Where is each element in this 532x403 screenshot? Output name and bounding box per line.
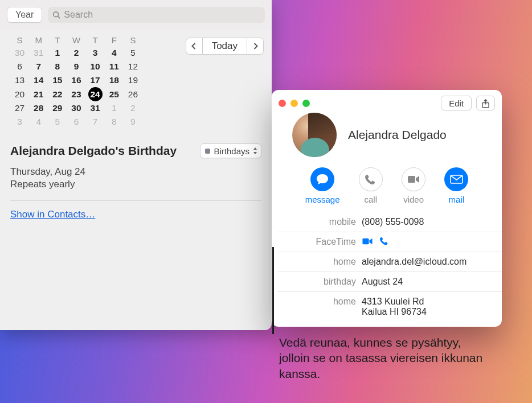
calendar-day[interactable]: 18 — [105, 73, 124, 87]
calendar-day[interactable]: 21 — [29, 87, 48, 101]
show-in-contacts-link[interactable]: Show in Contacts… — [10, 209, 95, 220]
calendar-day[interactable]: 27 — [10, 101, 29, 115]
calendar-day[interactable]: 8 — [48, 60, 67, 73]
video-icon — [407, 175, 420, 183]
chevron-left-icon — [191, 43, 197, 50]
calendar-day[interactable]: 31 — [29, 46, 48, 60]
calendar-day[interactable]: 20 — [10, 87, 29, 101]
home-email-value[interactable]: alejandra.del@icloud.com — [362, 257, 466, 267]
phone-icon — [365, 174, 376, 185]
calendar-day[interactable]: 31 — [86, 101, 105, 115]
calendar-day[interactable]: 23 — [67, 87, 85, 101]
prev-button[interactable] — [186, 38, 203, 55]
edit-button[interactable]: Edit — [441, 96, 472, 110]
calendar-day[interactable]: 2 — [67, 46, 85, 60]
mail-label: mail — [449, 195, 465, 204]
event-title: Alejandra Delgado's Birthday — [10, 144, 193, 158]
share-button[interactable] — [476, 96, 495, 110]
calendar-day[interactable]: 14 — [29, 73, 48, 87]
facetime-audio-icon[interactable] — [380, 237, 388, 245]
message-label: message — [305, 195, 340, 204]
weekday-header: F — [105, 35, 124, 46]
calendar-day[interactable]: 6 — [10, 60, 29, 73]
calendar-day[interactable]: 28 — [29, 101, 48, 115]
minimize-button[interactable] — [290, 100, 298, 107]
mail-action[interactable]: mail — [444, 167, 468, 204]
contact-actions: message call video mail — [272, 157, 502, 212]
svg-marker-3 — [253, 152, 257, 154]
calendar-day[interactable]: 3 — [86, 46, 105, 60]
calendar-day[interactable]: 10 — [86, 60, 105, 73]
calendar-day[interactable]: 25 — [105, 87, 124, 101]
calendar-day[interactable]: 24 — [86, 87, 105, 101]
calendar-day[interactable]: 12 — [124, 60, 142, 73]
updown-icon — [253, 147, 257, 154]
avatar[interactable] — [292, 113, 337, 157]
svg-rect-6 — [408, 176, 415, 183]
calendar-day[interactable]: 9 — [67, 60, 85, 73]
calendar-day[interactable]: 4 — [105, 46, 124, 60]
next-button[interactable] — [247, 38, 264, 55]
svg-rect-9 — [362, 238, 369, 244]
calendar-day[interactable]: 7 — [29, 60, 48, 73]
mail-icon — [450, 175, 463, 184]
calendar-day[interactable]: 5 — [124, 46, 142, 60]
calendar-day[interactable]: 11 — [105, 60, 124, 73]
calendar-day[interactable]: 6 — [67, 115, 85, 129]
calendar-toolbar: Year Search — [0, 0, 272, 30]
field-mobile: mobile (808) 555-0098 — [277, 212, 502, 232]
contact-name: Alejandra Delgado — [348, 128, 447, 142]
calendar-day[interactable]: 15 — [48, 73, 67, 87]
event-category-select[interactable]: Birthdays — [200, 143, 261, 158]
calendar-day[interactable]: 8 — [105, 115, 124, 129]
facetime-video-icon[interactable] — [362, 238, 373, 245]
calendar-day[interactable]: 26 — [124, 87, 142, 101]
view-year-button[interactable]: Year — [7, 7, 42, 23]
calendar-day[interactable]: 16 — [67, 73, 85, 87]
share-icon — [481, 98, 490, 108]
calendar-day[interactable]: 17 — [86, 73, 105, 87]
field-home-email: home alejandra.del@icloud.com — [277, 252, 502, 272]
weekday-header: T — [48, 35, 67, 46]
calendar-day[interactable]: 13 — [10, 73, 29, 87]
contact-fields: mobile (808) 555-0098 FaceTime home alej… — [272, 212, 502, 322]
calendar-day[interactable]: 19 — [124, 73, 142, 87]
calendar-day[interactable]: 30 — [10, 46, 29, 60]
weekday-header: W — [67, 35, 85, 46]
today-button[interactable]: Today — [203, 38, 247, 55]
event-date: Thursday, Aug 24 — [10, 166, 261, 178]
message-action[interactable]: message — [305, 167, 340, 204]
zoom-button[interactable] — [302, 100, 310, 107]
divider — [10, 200, 261, 201]
home-address-label: home — [277, 297, 362, 307]
birthday-label: birthday — [277, 277, 362, 287]
mobile-label: mobile — [277, 217, 362, 227]
video-action[interactable]: video — [402, 167, 425, 204]
svg-point-0 — [54, 12, 59, 17]
calendar-day[interactable]: 9 — [124, 115, 142, 129]
calendar-day[interactable]: 1 — [48, 46, 67, 60]
calendar-day[interactable]: 30 — [67, 101, 85, 115]
category-color-swatch — [205, 149, 210, 154]
calendar-day[interactable]: 2 — [124, 101, 142, 115]
callout-text: Vedä reunaa, kunnes se pysähtyy, jolloin… — [279, 335, 490, 381]
field-home-address: home 4313 Kuulei Rd Kailua HI 96734 — [277, 291, 502, 322]
calendar-day[interactable]: 22 — [48, 87, 67, 101]
call-action[interactable]: call — [359, 167, 383, 204]
close-button[interactable] — [279, 100, 286, 107]
calendar-day[interactable]: 7 — [86, 115, 105, 129]
svg-marker-7 — [416, 176, 419, 183]
calendar-day[interactable]: 4 — [29, 115, 48, 129]
home-address-value[interactable]: 4313 Kuulei Rd Kailua HI 96734 — [362, 297, 427, 317]
mobile-value[interactable]: (808) 555-0098 — [362, 217, 424, 227]
event-details: Alejandra Delgado's Birthday Birthdays T… — [10, 143, 264, 220]
calendar-day[interactable]: 5 — [48, 115, 67, 129]
search-placeholder: Search — [64, 10, 93, 20]
calendar-window: Year Search Today SMTWTFS 30311234567891… — [0, 0, 272, 330]
edit-label: Edit — [449, 98, 464, 108]
today-label: Today — [212, 40, 238, 52]
search-input[interactable]: Search — [48, 7, 265, 23]
calendar-day[interactable]: 3 — [10, 115, 29, 129]
calendar-day[interactable]: 1 — [105, 101, 124, 115]
calendar-day[interactable]: 29 — [48, 101, 67, 115]
